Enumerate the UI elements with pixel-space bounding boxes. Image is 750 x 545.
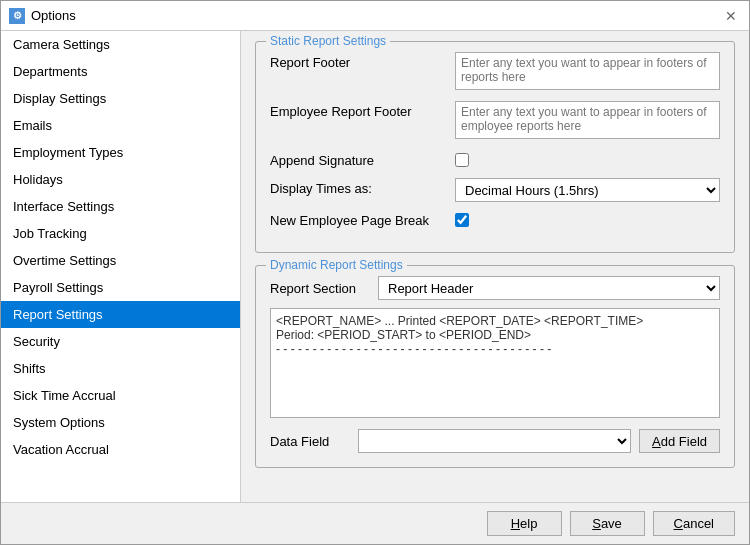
sidebar-item-overtime-settings[interactable]: Overtime Settings [1, 247, 240, 274]
sidebar-item-display-settings[interactable]: Display Settings [1, 85, 240, 112]
title-bar-left: ⚙ Options [9, 8, 76, 24]
save-underline-s: S [592, 516, 601, 531]
employee-footer-row: Employee Report Footer [270, 101, 720, 142]
report-section-select[interactable]: Report Header Report Footer Page Header … [378, 276, 720, 300]
sidebar-item-payroll-settings[interactable]: Payroll Settings [1, 274, 240, 301]
report-footer-row: Report Footer [270, 52, 720, 93]
data-field-row: Data Field Add Field [270, 429, 720, 453]
display-times-row: Display Times as: Decimal Hours (1.5hrs)… [270, 178, 720, 202]
sidebar: Camera SettingsDepartmentsDisplay Settin… [1, 31, 241, 502]
append-signature-row: Append Signature [270, 150, 720, 170]
sidebar-item-system-options[interactable]: System Options [1, 409, 240, 436]
save-button[interactable]: Save [570, 511, 645, 536]
display-times-label: Display Times as: [270, 178, 455, 196]
options-window: ⚙ Options ✕ Camera SettingsDepartmentsDi… [0, 0, 750, 545]
sidebar-item-camera-settings[interactable]: Camera Settings [1, 31, 240, 58]
sidebar-item-shifts[interactable]: Shifts [1, 355, 240, 382]
report-footer-label: Report Footer [270, 52, 455, 70]
help-label-rest: elp [520, 516, 537, 531]
help-underline-h: H [511, 516, 520, 531]
sidebar-item-job-tracking[interactable]: Job Tracking [1, 220, 240, 247]
static-report-settings-group: Static Report Settings Report Footer Emp… [255, 41, 735, 253]
dynamic-report-settings-group: Dynamic Report Settings Report Section R… [255, 265, 735, 468]
report-footer-control [455, 52, 720, 93]
cancel-button[interactable]: Cancel [653, 511, 735, 536]
add-field-underline-a: A [652, 434, 661, 449]
new-employee-break-checkbox[interactable] [455, 213, 469, 227]
content-area: Camera SettingsDepartmentsDisplay Settin… [1, 31, 749, 502]
window-title: Options [31, 8, 76, 23]
report-section-label: Report Section [270, 281, 370, 296]
static-group-title: Static Report Settings [266, 34, 390, 48]
title-bar: ⚙ Options ✕ [1, 1, 749, 31]
sidebar-item-report-settings[interactable]: Report Settings [1, 301, 240, 328]
cancel-underline-c: C [674, 516, 683, 531]
report-footer-input[interactable] [455, 52, 720, 90]
new-employee-break-row: New Employee Page Break [270, 210, 720, 230]
sidebar-item-emails[interactable]: Emails [1, 112, 240, 139]
main-panel: Static Report Settings Report Footer Emp… [241, 31, 749, 502]
help-button[interactable]: Help [487, 511, 562, 536]
add-field-rest: dd Field [661, 434, 707, 449]
add-field-button[interactable]: Add Field [639, 429, 720, 453]
display-times-control: Decimal Hours (1.5hrs) HH:MM (1:30) HH:M… [455, 178, 720, 202]
close-button[interactable]: ✕ [721, 6, 741, 26]
sidebar-item-vacation-accrual[interactable]: Vacation Accrual [1, 436, 240, 463]
new-employee-break-control [455, 210, 720, 230]
append-signature-checkbox[interactable] [455, 153, 469, 167]
dynamic-group-title: Dynamic Report Settings [266, 258, 407, 272]
sidebar-item-interface-settings[interactable]: Interface Settings [1, 193, 240, 220]
sidebar-item-security[interactable]: Security [1, 328, 240, 355]
sidebar-item-employment-types[interactable]: Employment Types [1, 139, 240, 166]
append-signature-label: Append Signature [270, 150, 455, 168]
data-field-label: Data Field [270, 434, 350, 449]
new-employee-break-label: New Employee Page Break [270, 210, 455, 228]
app-icon: ⚙ [9, 8, 25, 24]
employee-footer-input[interactable] [455, 101, 720, 139]
report-section-row: Report Section Report Header Report Foot… [270, 276, 720, 300]
cancel-label-rest: ancel [683, 516, 714, 531]
save-label-rest: ave [601, 516, 622, 531]
sidebar-item-holidays[interactable]: Holidays [1, 166, 240, 193]
employee-footer-control [455, 101, 720, 142]
bottom-bar: Help Save Cancel [1, 502, 749, 544]
append-signature-control [455, 150, 720, 170]
display-times-select[interactable]: Decimal Hours (1.5hrs) HH:MM (1:30) HH:M… [455, 178, 720, 202]
data-field-select[interactable] [358, 429, 631, 453]
employee-footer-label: Employee Report Footer [270, 101, 455, 119]
sidebar-item-departments[interactable]: Departments [1, 58, 240, 85]
sidebar-item-sick-time-accrual[interactable]: Sick Time Accrual [1, 382, 240, 409]
dynamic-content-textarea[interactable]: <REPORT_NAME> ... Printed <REPORT_DATE> … [270, 308, 720, 418]
